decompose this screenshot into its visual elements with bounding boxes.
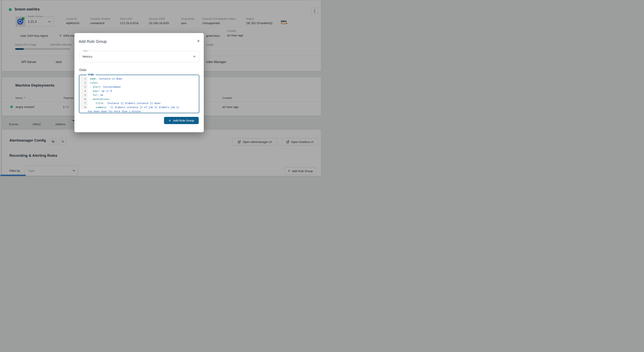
yaml-code-lines: 1name: instance-is-down2rules:3- alert: … bbox=[79, 77, 198, 113]
rule-type-select[interactable]: Type * Metrics bbox=[79, 51, 199, 62]
type-value: Metrics bbox=[82, 55, 92, 58]
close-dialog-button[interactable]: ✕ bbox=[197, 39, 200, 43]
submit-label: Add Rule Group bbox=[173, 119, 194, 122]
chevron-down-icon bbox=[193, 55, 196, 57]
close-icon: ✕ bbox=[197, 39, 200, 43]
type-label: Type * bbox=[82, 50, 90, 52]
editor-language-label: YAML bbox=[87, 73, 96, 76]
submit-add-rule-group-button[interactable]: + Add Rule Group bbox=[164, 117, 199, 124]
yaml-code-editor[interactable]: YAML 1name: instance-is-down2rules:3- al… bbox=[79, 75, 199, 113]
dialog-title: Add Rule Group bbox=[79, 39, 106, 44]
plus-icon: + bbox=[169, 118, 171, 123]
add-rule-group-dialog: Add Rule Group ✕ Type * Metrics Data YAM… bbox=[74, 33, 204, 132]
data-section-label: Data bbox=[79, 68, 86, 72]
